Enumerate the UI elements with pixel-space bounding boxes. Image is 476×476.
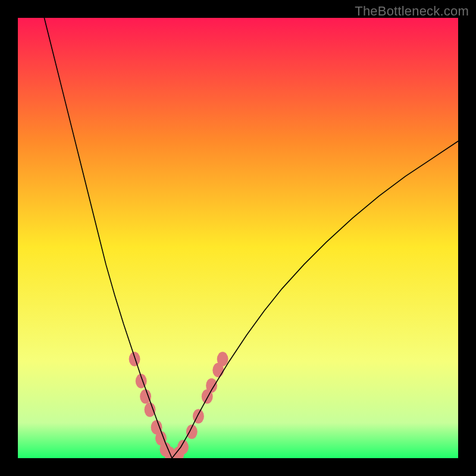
marker-dot (140, 389, 151, 403)
marker-dot (177, 440, 189, 454)
marker-dot (145, 402, 156, 416)
marker-dot (129, 352, 140, 366)
marker-dot (217, 352, 228, 366)
chart-svg (18, 18, 458, 458)
gradient-background (18, 18, 458, 458)
chart-frame (18, 18, 458, 458)
watermark-label: TheBottleneck.com (355, 4, 469, 19)
